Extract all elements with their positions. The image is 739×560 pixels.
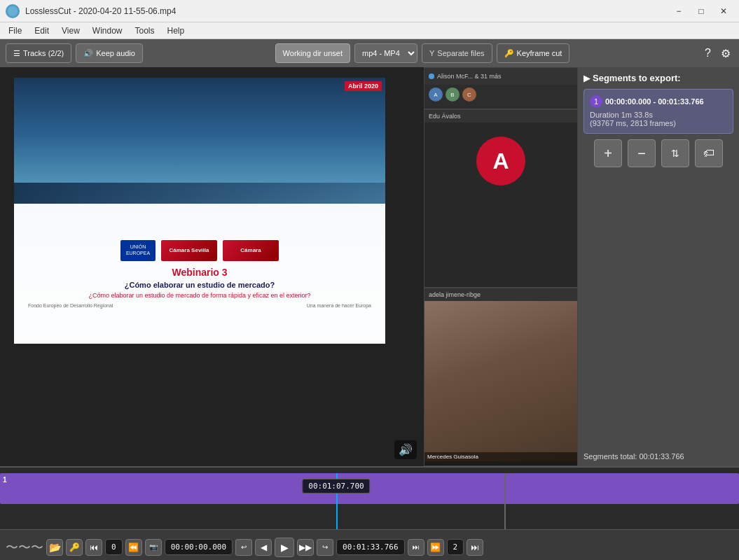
minimize-button[interactable]: − bbox=[669, 4, 689, 18]
camara-logo-1: Cámara Sevilla bbox=[161, 240, 217, 261]
keep-audio-button[interactable]: 🔊 Keep audio bbox=[76, 43, 143, 63]
timeline-cursor-label: 00:01:07.700 bbox=[302, 479, 370, 493]
window-title: LosslessCut - 2020-04-20 11-55-06.mp4 bbox=[25, 6, 663, 16]
camera-button[interactable]: 📷 bbox=[145, 539, 162, 556]
participant-avatar-a: A bbox=[476, 136, 525, 186]
slide-subtitle: ¿Cómo elaborar un estudio de mercado? bbox=[125, 281, 275, 289]
menu-window[interactable]: Window bbox=[87, 24, 128, 37]
menu-help[interactable]: Help bbox=[162, 24, 191, 37]
add-segment-button[interactable]: + bbox=[594, 139, 622, 167]
tracks-label: Tracks (2/2) bbox=[23, 49, 64, 57]
hamburger-icon: ☰ bbox=[13, 49, 20, 58]
help-button[interactable]: ? bbox=[702, 46, 714, 61]
keep-audio-label: Keep audio bbox=[96, 49, 135, 57]
track-number: 1 bbox=[3, 476, 7, 484]
eu-logo: UNIÓN EUROPEA bbox=[120, 240, 156, 261]
settings-button[interactable]: ⚙ bbox=[718, 46, 733, 62]
out-marker-button[interactable]: ↪ bbox=[317, 539, 333, 556]
menu-bar: File Edit View Window Tools Help bbox=[0, 22, 739, 39]
prev-frame-button[interactable]: ⏪ bbox=[125, 539, 142, 556]
go-to-end-segment-button[interactable]: ⏭ bbox=[408, 539, 424, 556]
slide-date-badge: Abril 2020 bbox=[345, 81, 382, 91]
audio-icon: 🔊 bbox=[83, 49, 93, 58]
mini-avatar: C bbox=[462, 88, 476, 102]
key-icon: 🔑 bbox=[504, 49, 514, 58]
main-content: Abril 2020 UNIÓN EUROPEA Cámara Sevilla … bbox=[0, 67, 739, 466]
menu-view[interactable]: View bbox=[56, 24, 85, 37]
video-area: Abril 2020 UNIÓN EUROPEA Cámara Sevilla … bbox=[0, 67, 578, 466]
participant-panel-avatar: Edu Ávalos A bbox=[424, 109, 578, 288]
menu-tools[interactable]: Tools bbox=[130, 24, 160, 37]
key-button[interactable]: 🔑 bbox=[66, 539, 83, 556]
timeline-tracks: 1 00:01:07.700 bbox=[0, 473, 739, 529]
working-dir-button[interactable]: Working dir unset bbox=[275, 43, 350, 63]
participant-adela-label: adela jimene-ribge bbox=[424, 288, 577, 301]
tracks-button[interactable]: ☰ Tracks (2/2) bbox=[6, 43, 71, 63]
start-time-display: 00:00:00.000 bbox=[165, 539, 233, 555]
segment-time-range: 00:00:00.000 - 00:01:33.766 bbox=[605, 97, 704, 106]
participant-top-bar: Alison McF... & 31 más bbox=[424, 68, 577, 85]
slide-tagline: ¿Cómo elaborar un estudio de mercado de … bbox=[88, 292, 310, 299]
volume-icon: 🔊 bbox=[399, 444, 413, 456]
video-feed: Mercedes Guisasola bbox=[424, 301, 577, 461]
waveform-icon: 〜〜〜 bbox=[6, 539, 43, 556]
close-button[interactable]: ✕ bbox=[714, 4, 733, 18]
chevron-right-icon: ▶ bbox=[583, 74, 590, 83]
open-file-button[interactable]: 📂 bbox=[46, 539, 63, 556]
keyframe-cut-button[interactable]: 🔑 Keyframe cut bbox=[497, 43, 570, 63]
segment-duration: Duration 1m 33.8s bbox=[590, 111, 727, 119]
segments-total: Segments total: 00:01:33.766 bbox=[583, 452, 733, 461]
fast-forward-button[interactable]: ▶▶ bbox=[297, 539, 314, 556]
mini-avatar: B bbox=[446, 88, 460, 102]
menu-edit[interactable]: Edit bbox=[29, 24, 55, 37]
separate-files-button[interactable]: Y Separate files bbox=[422, 43, 492, 63]
slide-content: UNIÓN EUROPEA Cámara Sevilla Cámara Webi… bbox=[14, 204, 385, 344]
slide-area: Abril 2020 UNIÓN EUROPEA Cámara Sevilla … bbox=[14, 78, 385, 344]
camara-logo-2: Cámara bbox=[223, 240, 279, 261]
volume-icon-container[interactable]: 🔊 bbox=[394, 440, 417, 459]
video-feed-label: Mercedes Guisasola bbox=[424, 452, 577, 461]
tag-segment-button[interactable]: 🏷 bbox=[695, 139, 723, 167]
video-placeholder: Abril 2020 UNIÓN EUROPEA Cámara Sevilla … bbox=[0, 67, 578, 466]
window-controls: − □ ✕ bbox=[669, 4, 733, 18]
play-button[interactable]: ▶ bbox=[275, 538, 294, 557]
slide-footer-left: Fondo Europeo de Desarrollo Regional bbox=[28, 303, 113, 308]
go-to-start-button[interactable]: ⏮ bbox=[85, 539, 102, 556]
separate-icon: Y bbox=[429, 49, 434, 57]
participant-panel-top: Alison McF... & 31 más A B C bbox=[424, 67, 578, 109]
right-panel: ▶ Segments to export: 1 00:00:00.000 - 0… bbox=[578, 67, 739, 466]
next-frame-button[interactable]: ⏩ bbox=[427, 539, 444, 556]
segment-frames: (93767 ms, 2813 frames) bbox=[590, 119, 727, 127]
segment-actions: + − ⇅ 🏷 bbox=[583, 139, 733, 167]
segment-item-header: 1 00:00:00.000 - 00:01:33.766 bbox=[590, 95, 727, 108]
status-dot bbox=[429, 74, 434, 79]
menu-file[interactable]: File bbox=[3, 24, 27, 37]
toolbar-center: Working dir unset mp4 - MP4 mkv - MKV mo… bbox=[275, 43, 570, 63]
slide-footer: Fondo Europeo de Desarrollo Regional Una… bbox=[28, 303, 371, 308]
in-marker-button[interactable]: ↩ bbox=[235, 539, 252, 556]
transport-bar: 〜〜〜 📂 🔑 ⏮ 0 ⏪ 📷 00:00:00.000 ↩ ◀ ▶ ▶▶ ↪ … bbox=[0, 529, 739, 560]
toolbar: ☰ Tracks (2/2) 🔊 Keep audio Working dir … bbox=[0, 39, 739, 67]
format-select[interactable]: mp4 - MP4 mkv - MKV mov - MOV bbox=[354, 43, 417, 63]
timeline-area[interactable]: 1 00:01:07.700 bbox=[0, 466, 739, 529]
slide-logos: UNIÓN EUROPEA Cámara Sevilla Cámara bbox=[120, 240, 279, 261]
slide-footer-right: Una manera de hacer Europa bbox=[307, 303, 371, 308]
participant-edu-label: Edu Ávalos bbox=[424, 110, 577, 122]
left-segment-badge: 0 bbox=[105, 539, 123, 555]
segment-item[interactable]: 1 00:00:00.000 - 00:01:33.766 Duration 1… bbox=[583, 89, 733, 134]
mini-avatar: A bbox=[429, 88, 443, 102]
maximize-button[interactable]: □ bbox=[691, 4, 711, 18]
split-segment-button[interactable]: ⇅ bbox=[661, 139, 689, 167]
segment-number: 1 bbox=[590, 95, 602, 108]
go-to-end-button[interactable]: ⏭ bbox=[467, 539, 483, 556]
segments-header: ▶ Segments to export: bbox=[583, 73, 733, 83]
participant-label-1: Alison McF... & 31 más bbox=[437, 73, 502, 80]
remove-segment-button[interactable]: − bbox=[628, 139, 656, 167]
end-time-display: 00:01:33.766 bbox=[336, 539, 404, 555]
right-segment-badge: 2 bbox=[447, 539, 464, 555]
timeline-end-marker bbox=[504, 473, 506, 529]
app-icon bbox=[6, 4, 20, 18]
participant-panel-video: adela jimene-ribge Mercedes Guisasola bbox=[424, 288, 578, 466]
play-backward-button[interactable]: ◀ bbox=[255, 539, 272, 556]
slide-title: Webinario 3 bbox=[172, 267, 227, 278]
